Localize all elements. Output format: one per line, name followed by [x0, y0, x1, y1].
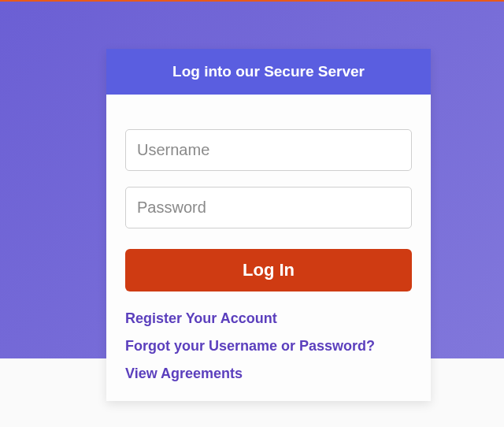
forgot-credentials-link[interactable]: Forgot your Username or Password?: [125, 338, 412, 355]
top-accent-line: [0, 0, 504, 2]
card-header-title: Log into our Secure Server: [172, 63, 365, 80]
login-button[interactable]: Log In: [125, 249, 412, 291]
register-account-link[interactable]: Register Your Account: [125, 310, 412, 327]
password-input[interactable]: [125, 187, 412, 228]
username-input[interactable]: [125, 129, 412, 171]
view-agreements-link[interactable]: View Agreements: [125, 366, 412, 382]
card-body: Log In Register Your Account Forgot your…: [106, 95, 431, 401]
login-card: Log into our Secure Server Log In Regist…: [106, 49, 431, 401]
card-header: Log into our Secure Server: [106, 49, 431, 95]
